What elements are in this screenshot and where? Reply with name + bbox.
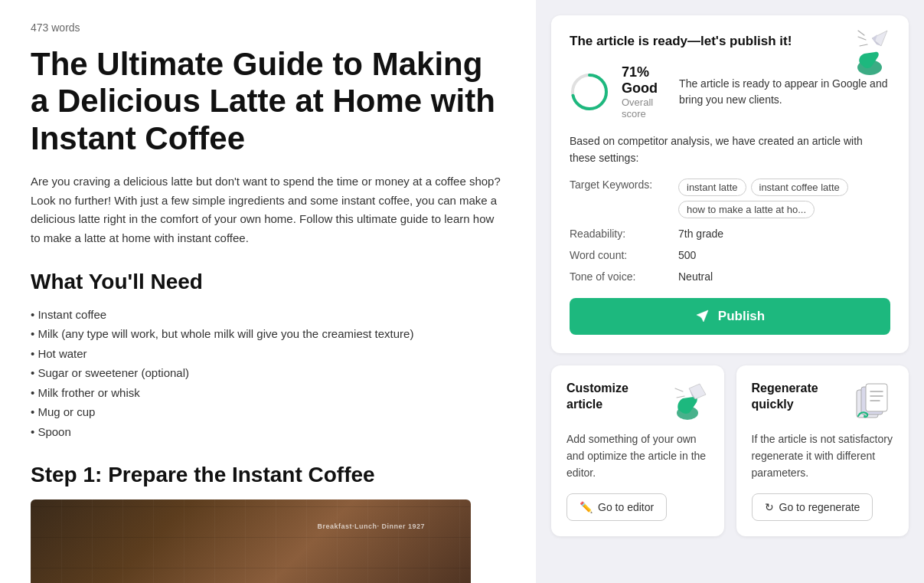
right-panel: The article is ready—let's publish it! 7… — [536, 0, 924, 583]
paper-plane-icon — [843, 23, 896, 77]
article-title: The Ultimate Guide to Making a Delicious… — [31, 46, 505, 157]
card-title: The article is ready—let's publish it! — [570, 34, 792, 49]
publish-card: The article is ready—let's publish it! 7… — [551, 15, 909, 353]
tone-label: Tone of voice: — [570, 270, 669, 283]
readability-label: Readability: — [570, 228, 669, 240]
step1-heading: Step 1: Prepare the Instant Coffee — [31, 463, 505, 487]
list-item: Milk (any type will work, but whole milk… — [31, 324, 505, 344]
customize-desc: Add something of your own and optimize t… — [566, 431, 709, 481]
customize-icon — [666, 381, 709, 424]
regenerate-icon — [851, 381, 893, 424]
ingredients-list: Instant coffeeMilk (any type will work, … — [31, 305, 505, 442]
score-description: The article is ready to appear in Google… — [679, 76, 890, 108]
editor-button-label: Go to editor — [598, 501, 654, 513]
wordcount-label: Word count: — [570, 249, 669, 261]
image-sign-text: Breakfast·Lunch· Dinner 1927 — [317, 522, 425, 532]
tone-row: Tone of voice: Neutral — [570, 270, 890, 283]
score-sub: Overall score — [622, 97, 667, 120]
svg-line-7 — [675, 388, 683, 391]
keyword-tag: how to make a latte at ho... — [678, 201, 815, 218]
svg-line-2 — [860, 44, 867, 46]
svg-line-1 — [858, 37, 866, 40]
customize-title: Customize article — [566, 381, 666, 413]
keywords-label: Target Keywords: — [570, 179, 669, 191]
go-to-editor-button[interactable]: ✏️ Go to editor — [566, 493, 667, 521]
score-label: 71% Good — [622, 64, 667, 97]
wordcount-value: 500 — [678, 249, 696, 261]
article-intro: Are you craving a delicious latte but do… — [31, 172, 505, 248]
customize-card: Customize article Add something of your … — [551, 365, 724, 536]
score-circle — [570, 72, 609, 112]
svg-line-3 — [858, 31, 864, 35]
pencil-icon: ✏️ — [580, 501, 593, 513]
keyword-tag: instant coffee latte — [751, 179, 848, 196]
publish-icon — [695, 309, 710, 324]
keywords-wrap: instant latteinstant coffee lattehow to … — [678, 179, 890, 218]
go-to-regenerate-button[interactable]: ↻ Go to regenerate — [752, 493, 873, 521]
bottom-cards: Customize article Add something of your … — [551, 365, 909, 536]
svg-line-8 — [677, 396, 684, 398]
article-panel: 473 words The Ultimate Guide to Making a… — [0, 0, 536, 583]
publish-button[interactable]: Publish — [570, 298, 890, 335]
regenerate-header: Regenerate quickly — [752, 381, 894, 424]
score-text: 71% Good Overall score — [622, 64, 667, 120]
list-item: Sugar or sweetener (optional) — [31, 363, 505, 383]
regenerate-title: Regenerate quickly — [752, 381, 851, 413]
what-you-need-heading: What You'll Need — [31, 270, 505, 294]
list-item: Mug or cup — [31, 402, 505, 422]
wordcount-row: Word count: 500 — [570, 249, 890, 261]
customize-header: Customize article — [566, 381, 709, 424]
tone-value: Neutral — [678, 270, 713, 283]
svg-rect-11 — [866, 384, 887, 411]
regenerate-card: Regenerate quickly If the article is not… — [736, 365, 909, 536]
publish-label: Publish — [718, 309, 765, 324]
word-count: 473 words — [31, 21, 505, 34]
keyword-tag: instant latte — [678, 179, 746, 196]
keywords-row: Target Keywords: instant latteinstant co… — [570, 179, 890, 218]
refresh-icon: ↻ — [765, 501, 774, 513]
list-item: Instant coffee — [31, 305, 505, 325]
readability-row: Readability: 7th grade — [570, 228, 890, 240]
list-item: Milk frother or whisk — [31, 383, 505, 403]
list-item: Hot water — [31, 344, 505, 364]
regenerate-button-label: Go to regenerate — [779, 501, 860, 513]
list-item: Spoon — [31, 422, 505, 442]
readability-value: 7th grade — [678, 228, 723, 240]
article-image: Breakfast·Lunch· Dinner 1927 — [31, 499, 471, 583]
competitor-note: Based on competitor analysis, we have cr… — [570, 133, 890, 166]
regenerate-desc: If the article is not satisfactory regen… — [752, 431, 894, 481]
